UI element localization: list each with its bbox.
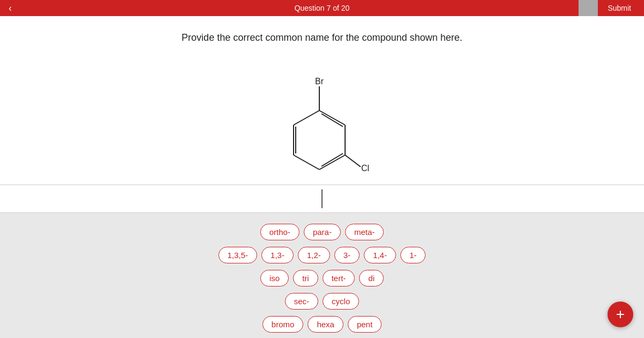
fab-button[interactable]: + (608, 302, 633, 327)
answer-area (0, 185, 644, 213)
token-3[interactable]: 3- (334, 247, 360, 263)
svg-line-6 (321, 114, 343, 127)
token-14[interactable]: 1,4- (364, 247, 396, 263)
avatar (579, 0, 598, 16)
token-tri[interactable]: tri (293, 270, 318, 286)
svg-line-7 (321, 153, 343, 166)
token-row-4: sec- cyclo (285, 293, 360, 310)
token-13[interactable]: 1,3- (261, 247, 294, 263)
header-right: Submit (579, 0, 635, 16)
cl-label: Cl (361, 164, 369, 172)
token-di[interactable]: di (359, 270, 384, 286)
molecule-display: Br Cl (263, 60, 381, 172)
submit-button[interactable]: Submit (603, 0, 635, 16)
token-tert[interactable]: tert- (323, 270, 355, 286)
svg-line-3 (294, 155, 319, 170)
svg-line-10 (345, 155, 361, 167)
token-row-3: iso tri tert- di (260, 270, 384, 286)
token-iso[interactable]: iso (260, 270, 289, 286)
token-row-5: bromo hexa pent (262, 316, 382, 333)
token-row-2: 1,3,5- 1,3- 1,2- 3- 1,4- 1- (218, 247, 426, 263)
token-bromo[interactable]: bromo (262, 316, 304, 333)
token-135[interactable]: 1,3,5- (218, 247, 257, 263)
question-text: Provide the correct common name for the … (181, 32, 462, 43)
bottom-section: ortho- para- meta- 1,3,5- 1,3- 1,2- 3- 1… (0, 213, 644, 338)
br-label: Br (315, 77, 324, 86)
svg-line-0 (319, 111, 345, 125)
token-sec[interactable]: sec- (285, 293, 318, 310)
header: ‹ Question 7 of 20 Submit (0, 0, 644, 16)
token-para[interactable]: para- (304, 224, 341, 240)
svg-line-2 (319, 155, 345, 170)
token-ortho[interactable]: ortho- (260, 224, 299, 240)
answer-cursor (321, 189, 323, 208)
token-hexa[interactable]: hexa (308, 316, 343, 333)
back-button[interactable]: ‹ (9, 3, 12, 14)
token-12[interactable]: 1,2- (298, 247, 330, 263)
main-content: Provide the correct common name for the … (0, 16, 644, 185)
token-row-1: ortho- para- meta- (260, 224, 384, 240)
token-pent[interactable]: pent (348, 316, 382, 333)
molecule-svg: Br Cl (263, 60, 381, 172)
svg-line-5 (294, 111, 319, 125)
page-wrapper: ‹ Question 7 of 20 Submit Provide the co… (0, 0, 644, 338)
header-title: Question 7 of 20 (295, 4, 350, 12)
token-meta[interactable]: meta- (345, 224, 384, 240)
divider (0, 185, 644, 185)
token-1[interactable]: 1- (400, 247, 426, 263)
token-cyclo[interactable]: cyclo (323, 293, 359, 310)
